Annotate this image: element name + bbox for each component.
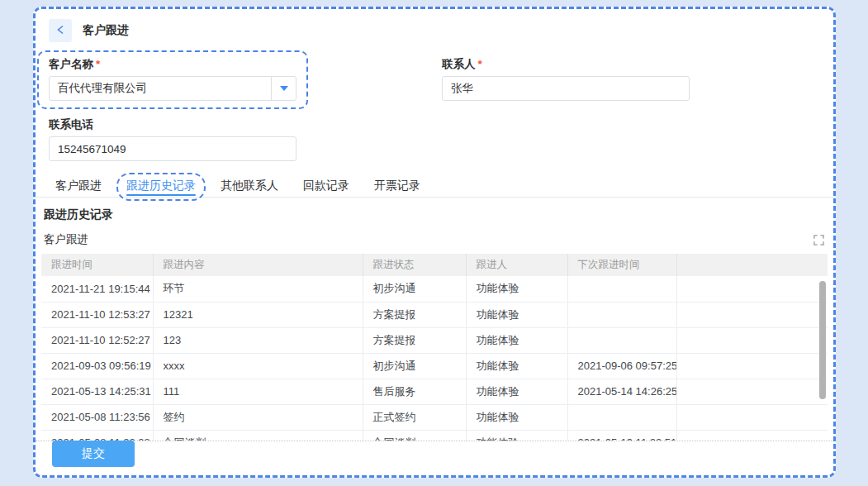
select-caret-segment[interactable]: [271, 77, 296, 100]
table-cell: 功能体验: [466, 379, 567, 404]
table-cell: 2021-11-10 12:53:27: [41, 302, 153, 327]
table-cell: 功能体验: [466, 276, 567, 302]
table-cell: [676, 302, 828, 327]
table-row: 2021-05-08 11:22:38合同谈判合同谈判功能体验2021-05-1…: [41, 430, 828, 441]
table-cell: [567, 276, 676, 302]
col-next-followup-time: 下次跟进时间: [567, 254, 676, 276]
table-cell: 合同谈判: [363, 430, 466, 441]
table-body: 2021-11-21 19:15:44环节初步沟通功能体验2021-11-10 …: [41, 276, 828, 441]
phone-field: 联系电话: [49, 117, 820, 161]
customer-name-label: 客户名称*: [49, 57, 296, 72]
table-cell: xxxx: [153, 353, 363, 379]
table-cell: 2021-05-13 14:25:31: [41, 379, 153, 404]
table-subtitle: 客户跟进: [44, 232, 88, 247]
followup-history-table: 跟进时间 跟进内容 跟进状态 跟进人 下次跟进时间 2021-11-21 19:…: [41, 254, 828, 441]
table-cell: 方案提报: [363, 302, 466, 327]
table-row: 2021-05-13 14:25:31111售后服务功能体验2021-05-14…: [41, 379, 828, 404]
table-cell: [676, 379, 828, 404]
customer-name-select[interactable]: 百代代理有限公司: [49, 76, 296, 101]
tab-invoice-records[interactable]: 开票记录: [364, 173, 430, 201]
table-cell: 2021-05-08 11:22:38: [41, 430, 153, 441]
contact-input[interactable]: [442, 76, 690, 101]
submit-button[interactable]: 提交: [52, 441, 135, 467]
table-cell: [676, 404, 828, 430]
phone-input[interactable]: [49, 136, 296, 161]
table-cell: [567, 404, 676, 430]
customer-field-highlight: 客户名称* 百代代理有限公司: [37, 50, 308, 109]
table-cell: 2021-11-10 12:52:27: [41, 327, 153, 353]
table-cell: 123: [153, 327, 363, 353]
table-row: 2021-11-10 12:52:27123方案提报功能体验: [41, 327, 828, 353]
table-header-row: 跟进时间 跟进内容 跟进状态 跟进人 下次跟进时间: [41, 254, 828, 276]
table-cell: 功能体验: [466, 353, 567, 379]
table-cell: 方案提报: [363, 327, 466, 353]
table-cell: 合同谈判: [153, 430, 363, 441]
table-cell: [567, 327, 676, 353]
table-cell: 正式签约: [363, 404, 466, 430]
table-cell: [676, 430, 828, 441]
tab-followup-history[interactable]: 跟进历史记录: [116, 173, 206, 201]
section-title: 跟进历史记录: [44, 207, 825, 222]
table-cell: 初步沟通: [363, 276, 466, 302]
tab-bar: 客户跟进 跟进历史记录 其他联系人 回款记录 开票记录: [36, 171, 833, 198]
tab-customer-followup[interactable]: 客户跟进: [45, 173, 111, 201]
table-cell: 2021-05-08 11:23:56: [41, 404, 153, 430]
table-cell: 2021-05-14 14:26:25: [567, 379, 676, 404]
table-cell: 2021-05-19 11:23:51: [567, 430, 676, 441]
col-followup-person: 跟进人: [466, 254, 567, 276]
table-cell: 2021-09-03 09:56:19: [41, 353, 153, 379]
table-cell: 售后服务: [363, 379, 466, 404]
table-cell: 功能体验: [466, 404, 567, 430]
page-title: 客户跟进: [83, 23, 129, 38]
followup-history-table-container: 跟进时间 跟进内容 跟进状态 跟进人 下次跟进时间 2021-11-21 19:…: [36, 254, 833, 441]
table-cell: [567, 302, 676, 327]
form-area: 客户名称* 百代代理有限公司 联系人* 联系电话: [36, 50, 833, 161]
phone-label: 联系电话: [49, 117, 820, 132]
contact-field: 联系人*: [442, 50, 690, 101]
table-cell: [676, 276, 828, 302]
table-row: 2021-11-10 12:53:2712321方案提报功能体验: [41, 302, 828, 327]
table-row: 2021-09-03 09:56:19xxxx初步沟通功能体验2021-09-0…: [41, 353, 828, 379]
required-asterisk: *: [96, 58, 100, 70]
table-row: 2021-05-08 11:23:56签约正式签约功能体验: [41, 404, 828, 430]
page-header: 客户跟进: [36, 19, 833, 42]
tab-other-contacts[interactable]: 其他联系人: [211, 173, 288, 201]
required-asterisk: *: [478, 58, 482, 70]
back-button[interactable]: [49, 19, 72, 42]
table-cell: 111: [153, 379, 363, 404]
table-cell: 12321: [153, 302, 363, 327]
table-sub-header: 客户跟进: [44, 232, 825, 247]
col-empty: [676, 254, 828, 276]
table-scrollbar-thumb[interactable]: [819, 281, 826, 399]
fullscreen-expand-icon[interactable]: [812, 233, 825, 246]
caret-down-icon: [280, 86, 288, 91]
table-cell: 2021-09-06 09:57:25: [567, 353, 676, 379]
col-followup-content: 跟进内容: [153, 254, 363, 276]
table-cell: 初步沟通: [363, 353, 466, 379]
table-row: 2021-11-21 19:15:44环节初步沟通功能体验: [41, 276, 828, 302]
table-cell: 签约: [153, 404, 363, 430]
chevron-left-icon: [56, 23, 64, 38]
table-cell: 功能体验: [466, 327, 567, 353]
contact-label: 联系人*: [442, 57, 690, 72]
customer-name-value: 百代代理有限公司: [50, 77, 271, 100]
tab-payment-records[interactable]: 回款记录: [293, 173, 359, 201]
table-cell: [676, 327, 828, 353]
col-followup-status: 跟进状态: [363, 254, 466, 276]
table-cell: [676, 353, 828, 379]
table-cell: 功能体验: [466, 430, 567, 441]
table-cell: 环节: [153, 276, 363, 302]
table-cell: 功能体验: [466, 302, 567, 327]
customer-followup-panel: 客户跟进 客户名称* 百代代理有限公司 联系人*: [33, 7, 836, 478]
table-cell: 2021-11-21 19:15:44: [41, 276, 153, 302]
col-followup-time: 跟进时间: [41, 254, 153, 276]
